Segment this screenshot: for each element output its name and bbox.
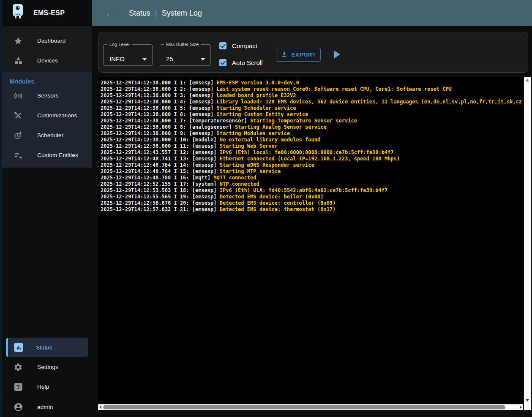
compact-checkbox[interactable] bbox=[219, 42, 226, 49]
log-line: 2025-12-29T14:12:38.000 I 11: [emsesp] S… bbox=[101, 143, 523, 149]
chevron-down-icon bbox=[201, 58, 205, 61]
sidebar: EMS-ESP Dashboard Devices Modules bbox=[2, 0, 92, 417]
modules-section-label: Modules bbox=[2, 72, 92, 86]
log-line: 2025-12-29T14:12:48.741 I 13: [emsesp] E… bbox=[101, 156, 523, 162]
playlist-add-icon bbox=[13, 151, 23, 160]
help-icon bbox=[13, 383, 23, 391]
user-name-label: admin bbox=[37, 404, 53, 410]
play-icon[interactable] bbox=[334, 51, 340, 58]
active-indicator bbox=[6, 338, 8, 357]
sidebar-item-label: Sensors bbox=[37, 92, 59, 99]
boiler-logo-icon bbox=[11, 4, 24, 22]
log-line: 2025-12-29T14:12:38.000 I 8: [analogsens… bbox=[101, 124, 523, 130]
log-line: 2025-12-29T14:12:48.764 I 14: [emsesp] S… bbox=[101, 162, 523, 168]
max-buffer-size-label: Max Buffer Size bbox=[164, 42, 201, 47]
sidebar-item-label: Devices bbox=[37, 57, 58, 64]
sidebar-item-custom-entities[interactable]: Custom Entities bbox=[2, 145, 92, 165]
log-line: 2025-12-29T14:12:38.000 I 10: [module] N… bbox=[101, 137, 523, 143]
log-line: 2025-12-29T14:12:48.788 I 16: [mqtt] MQT… bbox=[101, 175, 523, 181]
bar-chart-icon bbox=[14, 343, 23, 352]
sidebar-nav-bottom: Status Settings Help admin bbox=[2, 338, 92, 417]
log-controls-panel: Log Level INFO Max Buffer Size 25 Compac… bbox=[98, 32, 528, 73]
scroll-right-arrow-icon[interactable] bbox=[520, 406, 522, 409]
sidebar-item-sensors[interactable]: Sensors bbox=[2, 86, 92, 106]
max-buffer-size-value: 25 bbox=[166, 55, 173, 62]
log-line: 2025-12-29T14:12:56.876 I 20: [emsesp] D… bbox=[101, 200, 523, 206]
sidebar-item-label: Scheduler bbox=[37, 132, 63, 138]
breadcrumb-separator: | bbox=[150, 9, 162, 18]
ems-esp-app: EMS-ESP Dashboard Devices Modules bbox=[0, 0, 532, 417]
gear-icon bbox=[13, 363, 23, 372]
compact-checkbox-row: Compact bbox=[219, 42, 257, 49]
star-icon bbox=[13, 36, 23, 46]
log-line: 2025-12-29T14:12:38.000 I 4: [emsesp] Li… bbox=[101, 99, 523, 105]
auto-scroll-checkbox-label: Auto Scroll bbox=[232, 59, 263, 66]
sidebar-item-label: Custom Entities bbox=[37, 152, 78, 158]
auto-scroll-checkbox[interactable] bbox=[219, 59, 226, 66]
log-level-select[interactable]: Log Level INFO bbox=[103, 42, 153, 66]
log-line: 2025-12-29T14:12:57.832 I 21: [emsesp] D… bbox=[101, 206, 523, 213]
sensors-icon bbox=[13, 91, 23, 100]
scroll-down-arrow-icon[interactable] bbox=[526, 399, 529, 402]
auto-scroll-checkbox-row: Auto Scroll bbox=[219, 59, 263, 66]
log-line: 2025-12-29T14:12:38.000 I 5: [emsesp] St… bbox=[101, 105, 523, 111]
page-title: System Log bbox=[162, 9, 202, 18]
log-level-value: INFO bbox=[109, 55, 125, 62]
log-line: 2025-12-29T14:12:38.000 I 1: [emsesp] EM… bbox=[101, 80, 523, 86]
sidebar-item-label: Settings bbox=[37, 364, 58, 370]
log-line: 2025-12-29T14:12:38.000 I 7: [temperatur… bbox=[101, 118, 523, 124]
log-line: 2025-12-29T14:12:38.000 I 3: [emsesp] Lo… bbox=[101, 92, 523, 99]
back-arrow-icon[interactable]: ← bbox=[105, 8, 115, 18]
sidebar-item-status[interactable]: Status bbox=[6, 338, 88, 357]
sidebar-item-label: Status bbox=[36, 344, 52, 351]
sidebar-item-scheduler[interactable]: Scheduler bbox=[2, 125, 92, 145]
export-button[interactable]: EXPORT bbox=[276, 48, 321, 62]
horizontal-scrollbar-thumb[interactable] bbox=[103, 405, 505, 409]
sidebar-item-label: Help bbox=[37, 384, 49, 390]
log-line: 2025-12-29T14:12:52.155 I 17: [system] N… bbox=[101, 181, 523, 187]
log-line: 2025-12-29T14:12:48.764 I 15: [emsesp] S… bbox=[101, 168, 523, 175]
log-line: 2025-12-29T14:12:38.000 I 2: [emsesp] La… bbox=[101, 86, 523, 92]
more-time-icon bbox=[13, 131, 23, 140]
scroll-left-arrow-icon[interactable] bbox=[99, 406, 101, 409]
app-title: EMS-ESP bbox=[33, 9, 65, 17]
sidebar-item-dashboard[interactable]: Dashboard bbox=[2, 31, 92, 51]
sidebar-item-settings[interactable]: Settings bbox=[2, 357, 92, 377]
log-line: 2025-12-29T14:12:43.557 I 12: [emsesp] I… bbox=[101, 149, 523, 156]
sidebar-nav-top: Dashboard Devices bbox=[2, 26, 92, 72]
vertical-scrollbar[interactable] bbox=[524, 77, 531, 410]
log-output[interactable]: 2025-12-29T14:12:38.000 I 1: [emsesp] EM… bbox=[98, 77, 523, 404]
sidebar-item-devices[interactable]: Devices bbox=[2, 51, 92, 70]
construction-icon bbox=[13, 111, 23, 120]
main-content: Log Level INFO Max Buffer Size 25 Compac… bbox=[92, 26, 532, 417]
log-level-label: Log Level bbox=[107, 42, 132, 47]
log-line: 2025-12-29T14:12:38.000 I 9: [emsesp] St… bbox=[101, 130, 523, 137]
sidebar-item-label: Customizations bbox=[37, 112, 77, 119]
chevron-down-icon bbox=[142, 58, 147, 61]
max-buffer-size-select[interactable]: Max Buffer Size 25 bbox=[160, 42, 211, 66]
scroll-up-arrow-icon[interactable] bbox=[526, 79, 529, 81]
app-logo-row: EMS-ESP bbox=[2, 0, 92, 26]
log-line: 2025-12-29T14:12:55.565 I 19: [emsesp] D… bbox=[101, 194, 523, 200]
sidebar-item-admin[interactable]: admin bbox=[2, 397, 92, 417]
sidebar-item-help[interactable]: Help bbox=[2, 377, 92, 397]
page-header: ← Status | System Log bbox=[92, 0, 532, 26]
breadcrumb-section: Status bbox=[129, 9, 150, 18]
log-line: 2025-12-29T14:12:38.000 I 6: [emsesp] St… bbox=[101, 111, 523, 118]
export-button-label: EXPORT bbox=[292, 51, 316, 58]
account-circle-icon bbox=[13, 402, 23, 412]
sidebar-modules-section: Modules Sensors bbox=[2, 72, 92, 168]
sidebar-item-label: Dashboard bbox=[37, 38, 65, 44]
compact-checkbox-label: Compact bbox=[232, 42, 257, 49]
sidebar-item-customizations[interactable]: Customizations bbox=[2, 106, 92, 125]
category-icon bbox=[13, 56, 23, 65]
log-line: 2025-12-29T14:12:53.563 I 18: [emsesp] I… bbox=[101, 187, 523, 194]
horizontal-scrollbar[interactable] bbox=[98, 404, 523, 410]
download-icon bbox=[281, 51, 288, 59]
